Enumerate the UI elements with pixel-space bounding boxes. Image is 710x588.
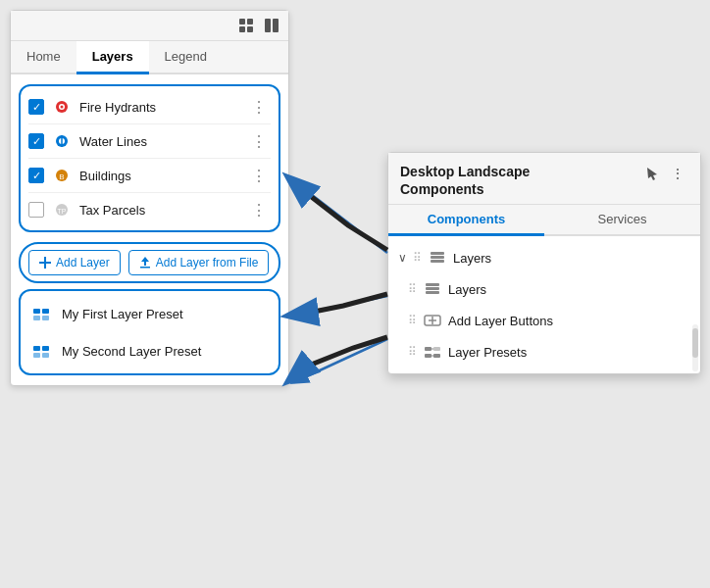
svg-rect-20 — [42, 309, 49, 314]
component-layer-presets[interactable]: ⠿ Layer Presets — [388, 336, 700, 368]
layers-stack-icon-parent — [428, 248, 447, 268]
checkbox-buildings[interactable]: ✓ — [28, 168, 44, 183]
preset-name-2: My Second Layer Preset — [62, 344, 201, 359]
component-name-layers-parent: Layers — [453, 251, 690, 266]
svg-rect-3 — [247, 26, 253, 32]
tax-parcels-icon: TP — [52, 200, 72, 220]
component-name-layer-presets: Layer Presets — [448, 345, 690, 360]
layer-item-fire-hydrants[interactable]: ✓ Fire Hydrants ⋮ — [21, 90, 279, 123]
svg-rect-17 — [39, 262, 51, 264]
drag-handle-layer-presets[interactable]: ⠿ — [408, 345, 417, 359]
layer-more-buildings[interactable]: ⋮ — [247, 167, 271, 185]
cursor-icon[interactable] — [641, 163, 663, 184]
svg-line-45 — [294, 339, 387, 382]
svg-rect-38 — [425, 347, 431, 351]
chevron-down-icon: ∨ — [398, 251, 407, 265]
presets-section: My First Layer Preset My Second Layer Pr… — [19, 289, 280, 375]
add-layer-buttons-section: Add Layer Add Layer from File — [19, 242, 280, 283]
svg-text:TP: TP — [58, 208, 67, 215]
right-tab-bar: Components Services — [388, 205, 700, 236]
layer-more-fire-hydrants[interactable]: ⋮ — [247, 98, 271, 117]
tab-legend[interactable]: Legend — [149, 41, 223, 74]
add-layer-from-file-button[interactable]: Add Layer from File — [128, 250, 270, 275]
component-name-layers-child: Layers — [448, 282, 690, 297]
layer-item-buildings[interactable]: ✓ B Buildings ⋮ — [21, 159, 279, 192]
svg-rect-30 — [426, 291, 439, 294]
layer-name-water-lines: Water Lines — [79, 134, 239, 149]
checkbox-water-lines[interactable]: ✓ — [28, 133, 44, 149]
svg-rect-25 — [33, 353, 40, 358]
svg-rect-0 — [239, 19, 245, 24]
svg-rect-2 — [239, 26, 245, 32]
svg-rect-4 — [265, 19, 271, 32]
svg-rect-36 — [425, 354, 431, 358]
svg-rect-19 — [33, 309, 40, 314]
preset-item-2[interactable]: My Second Layer Preset — [21, 332, 279, 369]
svg-rect-37 — [433, 354, 440, 358]
checkbox-fire-hydrants[interactable]: ✓ — [28, 99, 44, 115]
right-panel: Desktop LandscapeComponents ⋮ Components… — [387, 152, 701, 374]
svg-rect-5 — [273, 19, 279, 32]
grid-view-icon[interactable] — [235, 15, 257, 36]
right-panel-actions: ⋮ — [641, 163, 688, 184]
checkbox-tax-parcels[interactable] — [28, 202, 44, 218]
layer-more-tax-parcels[interactable]: ⋮ — [247, 201, 271, 220]
svg-rect-31 — [426, 287, 439, 290]
svg-rect-28 — [431, 256, 444, 259]
scroll-thumb[interactable] — [692, 328, 698, 358]
component-layers-child[interactable]: ⠿ Layers — [388, 273, 700, 305]
layers-stack-icon-child — [423, 279, 442, 299]
svg-rect-23 — [33, 346, 40, 351]
svg-rect-22 — [42, 316, 49, 320]
svg-point-8 — [61, 106, 64, 109]
components-list: ∨ ⠿ Layers ⠿ Layers — [388, 236, 700, 373]
svg-rect-26 — [42, 353, 49, 358]
buildings-icon: B — [52, 166, 72, 185]
preset-name-1: My First Layer Preset — [62, 307, 183, 321]
svg-rect-1 — [247, 19, 253, 24]
component-add-layer-buttons[interactable]: ⠿ Add Layer Buttons — [388, 305, 700, 336]
upload-icon — [139, 257, 151, 269]
layer-more-water-lines[interactable]: ⋮ — [247, 132, 271, 151]
tab-services[interactable]: Services — [544, 205, 700, 236]
panel-toolbar — [11, 11, 288, 41]
more-options-icon[interactable]: ⋮ — [667, 163, 688, 184]
svg-rect-39 — [433, 347, 440, 351]
fire-hydrant-icon — [52, 97, 72, 117]
component-layers-parent[interactable]: ∨ ⠿ Layers — [388, 242, 700, 273]
plus-icon — [39, 257, 51, 269]
tab-bar: Home Layers Legend — [11, 41, 288, 74]
layer-presets-icon — [423, 342, 442, 362]
layer-item-tax-parcels[interactable]: TP Tax Parcels ⋮ — [21, 193, 279, 226]
drag-handle-layers-parent[interactable]: ⠿ — [413, 251, 422, 265]
preset-icon-2 — [30, 340, 52, 362]
svg-rect-24 — [42, 346, 49, 351]
svg-rect-27 — [431, 260, 444, 263]
svg-text:B: B — [59, 172, 64, 181]
preset-item-1[interactable]: My First Layer Preset — [21, 295, 279, 332]
tab-components[interactable]: Components — [388, 205, 544, 236]
layer-name-fire-hydrants: Fire Hydrants — [79, 100, 239, 115]
left-panel: Home Layers Legend ✓ Fire Hydrants ⋮ ✓ — [10, 10, 289, 386]
add-layer-button[interactable]: Add Layer — [28, 250, 121, 275]
svg-rect-18 — [140, 267, 150, 269]
layer-name-tax-parcels: Tax Parcels — [79, 203, 239, 218]
tab-layers[interactable]: Layers — [76, 41, 149, 74]
right-panel-header: Desktop LandscapeComponents ⋮ — [388, 153, 700, 205]
water-lines-icon — [52, 131, 72, 151]
drag-handle-layers-child[interactable]: ⠿ — [408, 282, 417, 296]
component-name-add-layer-buttons: Add Layer Buttons — [448, 314, 690, 328]
layer-list-section: ✓ Fire Hydrants ⋮ ✓ Water Lines ⋮ — [19, 84, 280, 232]
layer-item-water-lines[interactable]: ✓ Water Lines ⋮ — [21, 124, 279, 158]
add-layer-btn-icon — [423, 311, 442, 330]
drag-handle-add-layer-buttons[interactable]: ⠿ — [408, 314, 417, 327]
split-view-icon[interactable] — [261, 15, 282, 36]
svg-line-43 — [294, 181, 387, 253]
svg-line-44 — [294, 296, 387, 316]
right-panel-title: Desktop LandscapeComponents — [400, 163, 530, 198]
preset-icon-1 — [30, 303, 52, 324]
tab-home[interactable]: Home — [11, 41, 76, 74]
layer-name-buildings: Buildings — [79, 169, 239, 183]
svg-rect-32 — [426, 283, 439, 286]
scrollbar[interactable] — [692, 324, 698, 371]
